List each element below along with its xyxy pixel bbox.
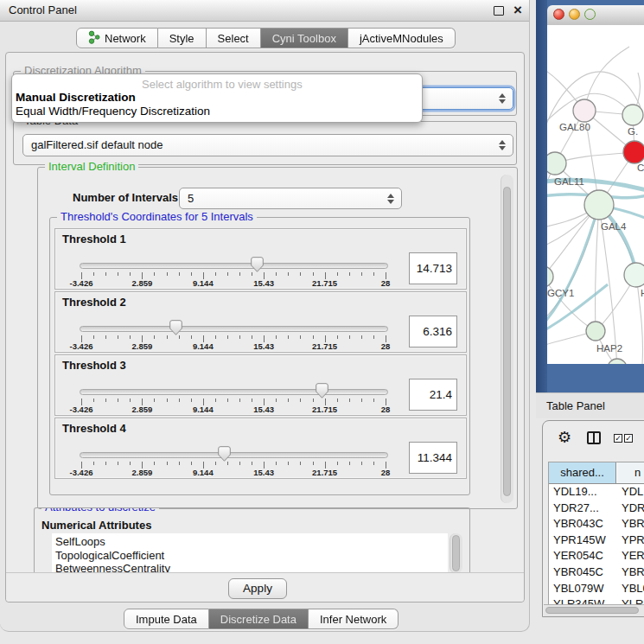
table-cell-name[interactable]: YPR1 [617,532,644,549]
table-row[interactable]: YBR043CYBR0 [549,516,644,532]
table-row[interactable]: YLR345WYLR3 [549,596,644,604]
table-cell-shared-name[interactable]: YDL19... [549,484,617,501]
table-cell-name[interactable]: YBR0 [617,516,644,532]
tick-mark [215,335,216,339]
slider-thumb[interactable] [251,257,264,272]
table-row[interactable]: YER054CYER0 [549,548,644,564]
tick-mark [118,335,118,339]
table-cell-shared-name[interactable]: YDR27... [549,501,617,517]
tick-mark [337,399,338,402]
threshold-value-field[interactable] [409,316,457,348]
table-cell-name[interactable]: YBR0 [617,564,644,581]
table-cell-shared-name[interactable]: YBR043C [549,516,617,532]
tab-discretize-data[interactable]: Discretize Data [209,609,309,629]
table-cell-name[interactable]: YDR2 [617,501,644,517]
network-window-titlebar[interactable] [547,5,644,26]
tab-select[interactable]: Select [207,28,261,48]
number-of-intervals-combobox[interactable]: 5 [179,188,402,209]
attributes-scrollbar[interactable] [450,533,462,573]
mac-close-button[interactable] [553,9,564,20]
table-row[interactable]: YDL19...YDL1 [549,484,644,501]
network-node-h[interactable] [624,263,644,287]
table-row[interactable]: YPR145WYPR1 [549,532,644,549]
network-node-c[interactable] [623,141,644,163]
table-hscrollbar-thumb[interactable] [545,607,639,614]
table-cell-shared-name[interactable]: YBR045C [549,564,617,581]
slider-track[interactable] [80,263,388,269]
apply-button[interactable]: Apply [228,578,287,599]
tick-mark [179,335,180,339]
column-check-icon[interactable]: ✓ [614,434,622,443]
tick-mark [252,399,252,402]
tick-mark [252,272,252,276]
tab-jactivemnodules[interactable]: jActiveMNodules [348,28,456,48]
table-data-combobox[interactable]: galFiltered.sif default node [22,134,513,156]
tick-mark [252,335,252,339]
table-cell-shared-name[interactable]: YLR345W [549,596,617,604]
table-row[interactable]: YBR045CYBR0 [549,564,644,581]
float-window-icon[interactable] [494,6,504,16]
network-node-gal11[interactable] [547,152,566,175]
table-cell-name[interactable]: YER0 [617,548,644,564]
slider-thumb[interactable] [169,320,182,335]
mac-zoom-button[interactable] [584,9,596,20]
table-cell-name[interactable]: YDL1 [617,484,644,501]
split-view-icon[interactable] [587,431,601,444]
table-cell-name[interactable]: YLR3 [617,596,644,604]
tab-impute-data[interactable]: Impute Data [124,609,209,629]
tick-labels: -3.4262.8599.14415.4321.71528 [55,341,466,351]
column-check-icon[interactable]: ✓ [624,434,633,443]
slider-track[interactable] [80,326,388,332]
tab-style[interactable]: Style [158,28,207,48]
algorithm-option-equal-width[interactable]: Equal Width/Frequency Discretization [16,105,210,118]
network-node[interactable] [608,359,627,364]
slider-thumb[interactable] [316,383,328,399]
network-node-hap2[interactable] [586,322,605,341]
tab-cyni-toolbox[interactable]: Cyni Toolbox [261,28,348,48]
numerical-attributes-list[interactable]: SelfLoopsTopologicalCoefficientBetweenne… [52,533,448,573]
network-node-gal80[interactable] [573,99,596,122]
table-hscrollbar[interactable] [544,604,644,616]
tick-mark [93,335,94,339]
network-edge [595,205,599,331]
threshold-value-field[interactable] [409,442,457,474]
tab-network[interactable]: Network [76,28,158,48]
interval-scrollbar[interactable] [501,175,513,503]
close-icon[interactable]: × [513,1,522,20]
column-header-shared-name[interactable]: shared... [549,462,616,483]
tick-label: 2.859 [121,405,163,414]
slider-track[interactable] [80,452,388,458]
table-cell-shared-name[interactable]: YPR145W [549,532,617,549]
attributes-scrollbar-thumb[interactable] [452,535,460,571]
network-node-label: GAL4 [601,221,627,232]
threshold-value-field[interactable] [409,379,457,411]
tick-label: -3.426 [61,278,102,288]
threshold-panel: Threshold 4-3.4262.8599.14415.4321.71528 [54,418,467,479]
table-cell-shared-name[interactable]: YBL079W [549,581,617,597]
tick-label: 15.43 [243,468,284,477]
attribute-list-item[interactable]: SelfLoops [52,535,448,549]
tick-mark [239,462,240,465]
network-node-gal4[interactable] [584,190,614,220]
table-row[interactable]: YBL079WYBL0 [549,581,644,597]
number-of-intervals-value: 5 [188,192,194,205]
interval-scrollbar-thumb[interactable] [503,187,511,496]
network-graph[interactable]: GAL80G.CGAL11GAL4GCY1HHAP2 [547,25,644,364]
gear-icon[interactable]: ⚙ [558,428,571,447]
threshold-label: Threshold 4 [62,422,126,435]
slider-track[interactable] [80,389,388,395]
table-cell-shared-name[interactable]: YER054C [549,548,617,564]
network-node-g[interactable] [622,105,643,125]
algorithm-option-manual[interactable]: Manual Discretization [16,91,136,104]
network-node-gcy1[interactable] [547,266,553,287]
network-canvas[interactable]: GAL80G.CGAL11GAL4GCY1HHAP2 [547,25,644,364]
threshold-value-field[interactable] [409,252,457,284]
slider-thumb[interactable] [218,446,231,462]
mac-minimize-button[interactable] [569,9,580,20]
table-cell-name[interactable]: YBL0 [617,581,644,597]
network-icon [88,30,100,47]
table-row[interactable]: YDR27...YDR2 [549,501,644,517]
attribute-list-item[interactable]: TopologicalCoefficient [52,549,448,563]
tab-infer-network[interactable]: Infer Network [309,609,399,629]
column-header-name[interactable]: n [617,462,644,483]
